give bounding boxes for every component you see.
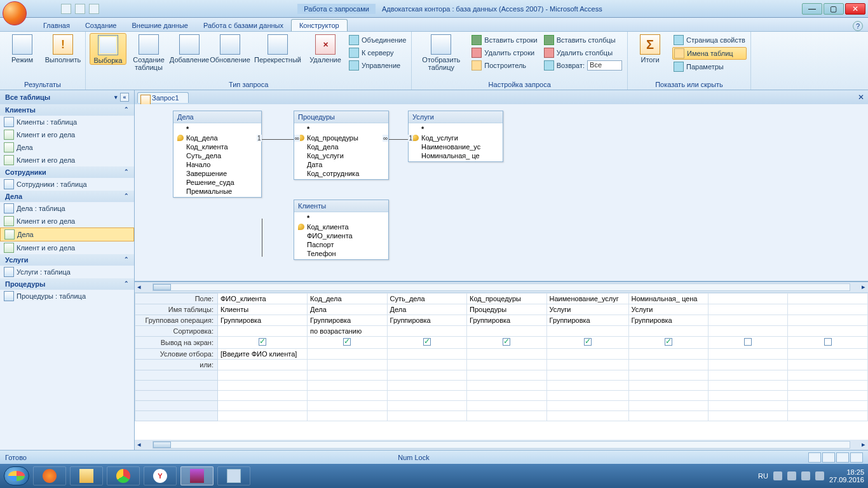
table-window[interactable]: Клиенты*Код_клиентаФИО_клиентаПаспортТел… xyxy=(294,200,389,260)
field-item[interactable]: Завершение xyxy=(176,169,259,178)
tab-design[interactable]: Конструктор xyxy=(291,19,348,31)
start-button[interactable] xyxy=(4,466,29,485)
qbe-cell[interactable] xyxy=(788,410,868,421)
nav-item[interactable]: Дела xyxy=(0,141,134,154)
builder-button[interactable]: Построитель xyxy=(470,60,538,71)
table-window[interactable]: Процедуры*Код_процедурыКод_делаКод_услуг… xyxy=(294,111,389,180)
tab-database-tools[interactable]: Работа с базами данных xyxy=(196,20,291,31)
crosstab-query-button[interactable]: Перекрестный xyxy=(252,33,303,64)
update-query-button[interactable]: Обновление xyxy=(212,33,248,64)
qbe-cell[interactable]: Суть_дела xyxy=(387,293,466,304)
qbe-cell[interactable]: Группировка xyxy=(546,315,628,325)
qbe-cell[interactable] xyxy=(788,380,868,390)
qbe-cell[interactable] xyxy=(308,410,387,421)
nav-item[interactable]: Дела xyxy=(0,227,134,241)
nav-item[interactable]: Процедуры : таблица xyxy=(0,290,134,302)
qbe-cell[interactable] xyxy=(387,380,466,390)
qbe-cell[interactable] xyxy=(387,348,466,359)
tablenames-button[interactable]: Имена таблиц xyxy=(672,47,747,60)
qbe-cell[interactable] xyxy=(308,359,387,370)
checkbox-icon[interactable] xyxy=(824,338,832,346)
delete-rows-button[interactable]: Удалить строки xyxy=(470,47,538,58)
qbe-cell[interactable] xyxy=(628,325,708,336)
insert-cols-button[interactable]: Вставить столбцы xyxy=(543,34,623,46)
qbe-cell[interactable] xyxy=(387,359,466,370)
nav-group-header[interactable]: Дела⌃ xyxy=(0,191,134,202)
checkbox-icon[interactable] xyxy=(423,338,431,346)
qbe-cell[interactable] xyxy=(708,410,787,421)
help-icon[interactable]: ? xyxy=(853,21,863,31)
qbe-cell[interactable] xyxy=(546,380,628,390)
qbe-cell[interactable] xyxy=(708,380,787,390)
view-datasheet-icon[interactable] xyxy=(836,452,849,463)
qbe-cell[interactable] xyxy=(546,325,628,336)
qbe-cell[interactable]: Номинальная_ цена xyxy=(628,293,708,304)
qbe-cell[interactable] xyxy=(546,390,628,400)
nav-group-header[interactable]: Сотрудники⌃ xyxy=(0,166,134,178)
language-indicator[interactable]: RU xyxy=(758,472,768,480)
qbe-cell[interactable]: Услуги xyxy=(628,304,708,315)
union-query-button[interactable]: Объединение xyxy=(348,34,407,46)
checkbox-icon[interactable] xyxy=(744,338,752,346)
qbe-cell[interactable] xyxy=(308,400,387,410)
qbe-cell[interactable] xyxy=(788,293,868,304)
qbe-cell-show[interactable] xyxy=(788,336,868,348)
qbe-cell[interactable]: Клиенты xyxy=(218,304,308,315)
field-item[interactable]: Код_дела xyxy=(176,133,259,142)
parameters-button[interactable]: Параметры xyxy=(672,61,747,72)
qbe-cell[interactable] xyxy=(467,410,546,421)
qbe-grid[interactable]: Поле:ФИО_клиентаКод_делаСуть_делаКод_про… xyxy=(135,292,868,440)
field-item[interactable]: Код_клиента xyxy=(297,222,386,231)
showtable-button[interactable]: Отобразить таблицу xyxy=(416,33,466,71)
qbe-cell[interactable] xyxy=(218,359,308,370)
maketable-query-button[interactable]: Создание таблицы xyxy=(130,33,167,71)
insert-rows-button[interactable]: Вставить строки xyxy=(470,34,538,46)
qbe-cell[interactable] xyxy=(387,390,466,400)
field-item[interactable]: * xyxy=(297,214,386,222)
qbe-cell-show[interactable] xyxy=(546,336,628,348)
nav-item[interactable]: Клиент и его дела xyxy=(0,241,134,254)
append-query-button[interactable]: Добавление xyxy=(171,33,208,64)
qbe-cell[interactable] xyxy=(467,370,546,380)
window-close-button[interactable]: ✕ xyxy=(845,3,865,15)
qbe-cell[interactable]: Дела xyxy=(387,304,466,315)
qbe-hscrollbar[interactable]: ◂▸ xyxy=(135,440,868,450)
field-item[interactable]: ФИО_клиента xyxy=(297,231,386,240)
qbe-cell[interactable]: Наименование_услуг xyxy=(546,293,628,304)
qbe-cell[interactable] xyxy=(218,400,308,410)
view-sql-icon[interactable] xyxy=(822,452,835,463)
qbe-cell[interactable]: Процедуры xyxy=(467,304,546,315)
checkbox-icon[interactable] xyxy=(584,338,592,346)
field-item[interactable]: Код_услуги xyxy=(411,133,500,142)
diagram-pane[interactable]: Дела*Код_делаКод_клиентаСуть_делаНачалоЗ… xyxy=(135,104,868,282)
taskbar-access[interactable] xyxy=(180,466,214,485)
field-item[interactable]: * xyxy=(411,125,500,133)
table-window[interactable]: Дела*Код_делаКод_клиентаСуть_делаНачалоЗ… xyxy=(173,111,262,198)
qbe-cell[interactable] xyxy=(308,380,387,390)
qbe-cell[interactable] xyxy=(546,410,628,421)
document-tab[interactable]: Запрос1 xyxy=(137,92,189,103)
qbe-cell[interactable] xyxy=(387,410,466,421)
qbe-cell[interactable] xyxy=(628,390,708,400)
return-combobox[interactable]: Все xyxy=(587,60,622,71)
field-item[interactable]: * xyxy=(297,125,386,133)
qbe-cell[interactable] xyxy=(467,359,546,370)
tab-external-data[interactable]: Внешние данные xyxy=(125,20,196,31)
qbe-cell[interactable] xyxy=(788,370,868,380)
qbe-cell[interactable] xyxy=(628,380,708,390)
run-button[interactable]: Выполнить xyxy=(44,33,81,64)
qbe-cell[interactable] xyxy=(788,359,868,370)
qbe-cell[interactable] xyxy=(708,325,787,336)
qbe-cell[interactable] xyxy=(708,293,787,304)
qat-save-icon[interactable] xyxy=(61,4,71,14)
field-item[interactable]: Код_услуги xyxy=(297,151,386,160)
checkbox-icon[interactable] xyxy=(343,338,351,346)
field-item[interactable]: Начало xyxy=(176,160,259,169)
qbe-cell[interactable] xyxy=(546,370,628,380)
qbe-cell[interactable] xyxy=(387,370,466,380)
propertysheet-button[interactable]: Страница свойств xyxy=(672,34,747,46)
qbe-cell[interactable] xyxy=(308,348,387,359)
delete-cols-button[interactable]: Удалить столбцы xyxy=(543,47,623,58)
field-item[interactable]: Код_процедуры xyxy=(297,133,386,142)
nav-item[interactable]: Клиент и его дела xyxy=(0,128,134,141)
